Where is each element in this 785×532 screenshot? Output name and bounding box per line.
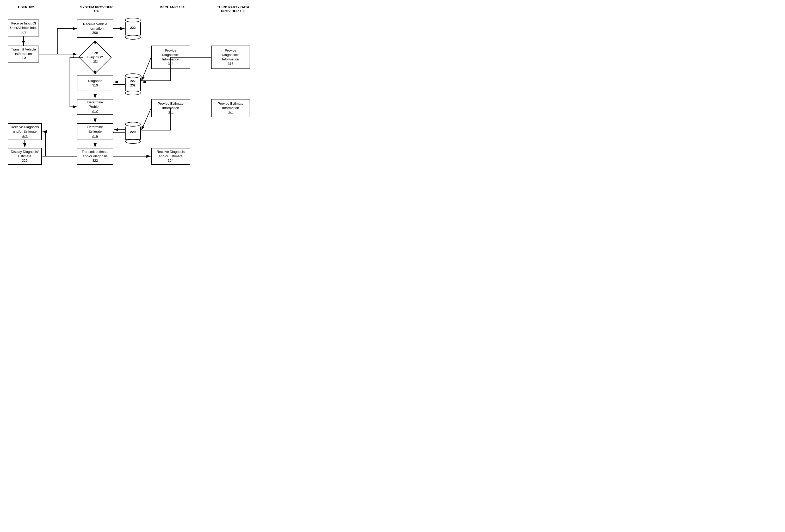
box-provide-estimate-mechanic: Provide EstimateInformation 318 bbox=[151, 99, 190, 117]
box-receive-vehicle: Receive VehicleInformation 306 bbox=[77, 20, 113, 38]
box-receive-diag-mechanic: Receive Diagnosisand/or Estimate 324 bbox=[151, 148, 190, 165]
box-transmit-vehicle: Transmit VehicleInformation 304 bbox=[8, 46, 39, 62]
svg-line-17 bbox=[142, 108, 151, 130]
box-transmit-estimate: Transmit estimateand/or diagnosis 322 bbox=[77, 148, 113, 165]
box-provide-estimate-third: Provide EstimateInformation 320 bbox=[211, 99, 250, 117]
cylinder-220: 220 bbox=[125, 122, 141, 144]
label-n: N bbox=[94, 70, 97, 74]
header-mechanic: MECHANIC 104 bbox=[151, 5, 193, 9]
cylinder-222-232: 222232 bbox=[125, 74, 141, 95]
box-determine-problem: DetermineProblem 312 bbox=[77, 99, 113, 114]
cylinder-222-top: 222 bbox=[125, 18, 141, 39]
label-y: Y bbox=[72, 55, 75, 59]
svg-line-11 bbox=[142, 57, 151, 81]
box-display-diag: Display Diagnosis/Estimate 326 bbox=[8, 148, 42, 165]
header-thirdparty: THIRD PARTY DATAPROVIDER 108 bbox=[211, 5, 255, 13]
header-user: USER 102 bbox=[10, 5, 42, 9]
box-receive-input: Receive Input OfUser/Vehicle Info. 302 bbox=[8, 20, 39, 36]
header-system: SYSTEM PROVIDER106 bbox=[76, 5, 117, 13]
box-determine-estimate: DetermineEstimate 316 bbox=[77, 123, 113, 140]
box-diagnose: Diagnose 310 bbox=[77, 76, 113, 91]
diamond-self-diagnosis: SelfDiagnosis? 308 bbox=[83, 46, 107, 69]
box-provide-diag-third: ProvideDiagnosticsInformation 315 bbox=[211, 46, 250, 69]
box-provide-diag-mechanic: ProvideDiagnosticsInformation 314 bbox=[151, 46, 190, 69]
box-receive-diag-user: Receive Diagnosisand/or Estimate 324 bbox=[8, 123, 42, 140]
diagram-container: USER 102 SYSTEM PROVIDER106 MECHANIC 104… bbox=[5, 5, 255, 177]
